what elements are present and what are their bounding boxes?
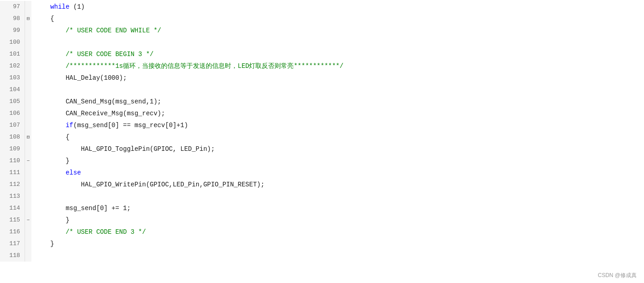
line-number: 100 [0, 36, 25, 48]
code-token: { [35, 131, 70, 143]
fold-icon [25, 72, 31, 84]
fold-icon [25, 143, 31, 155]
code-content: while (1) [31, 1, 644, 13]
watermark: CSDN @修成真 [598, 272, 637, 279]
code-content: { [31, 13, 644, 25]
code-token [35, 48, 66, 60]
line-number: 111 [0, 167, 25, 179]
code-line: 115− } [0, 214, 644, 226]
fold-icon [25, 190, 31, 202]
code-line: 116 /* USER CODE END 3 */ [0, 226, 644, 238]
code-line: 98⊟ { [0, 13, 644, 25]
code-token: /************1s循环，当接收的信息等于发送的信息时，LED灯取反否… [35, 60, 344, 72]
line-number: 107 [0, 119, 25, 131]
fold-icon [25, 179, 31, 190]
code-token: if [66, 119, 73, 131]
code-line: 109 HAL_GPIO_TogglePin(GPIOC, LED_Pin); [0, 143, 644, 155]
code-token [35, 1, 51, 13]
code-line: 113 [0, 190, 644, 202]
code-line: 111 else [0, 167, 644, 179]
code-content: else [31, 167, 644, 179]
code-token: CAN_Receive_Msg(msg_recv); [35, 108, 165, 119]
code-token: HAL_GPIO_WritePin(GPIOC,LED_Pin,GPIO_PIN… [35, 179, 264, 190]
code-token [35, 119, 66, 131]
code-token [35, 25, 66, 36]
code-line: 100 [0, 36, 644, 48]
line-number: 105 [0, 96, 25, 108]
code-content: if(msg_send[0] == msg_recv[0]+1) [31, 119, 644, 131]
fold-icon[interactable]: − [25, 155, 31, 167]
line-number: 101 [0, 48, 25, 60]
fold-icon[interactable]: ⊟ [25, 131, 31, 143]
code-token: /* USER CODE BEGIN 3 */ [66, 48, 153, 60]
code-line: 114 msg_send[0] += 1; [0, 202, 644, 214]
fold-icon [25, 238, 31, 250]
code-content: CAN_Receive_Msg(msg_recv); [31, 108, 644, 119]
code-line: 103 HAL_Delay(1000); [0, 72, 644, 84]
code-token [35, 226, 66, 238]
fold-icon [25, 48, 31, 60]
code-token [35, 167, 66, 179]
line-number: 113 [0, 190, 25, 202]
code-content: /************1s循环，当接收的信息等于发送的信息时，LED灯取反否… [31, 60, 644, 72]
fold-icon [25, 25, 31, 36]
code-token: { [35, 13, 54, 25]
line-number: 106 [0, 108, 25, 119]
line-number: 116 [0, 226, 25, 238]
code-content: CAN_Send_Msg(msg_send,1); [31, 96, 644, 108]
fold-icon [25, 96, 31, 108]
code-line: 101 /* USER CODE BEGIN 3 */ [0, 48, 644, 60]
code-content: /* USER CODE END 3 */ [31, 226, 644, 238]
fold-icon [25, 108, 31, 119]
line-number: 104 [0, 84, 25, 96]
fold-icon [25, 250, 31, 262]
line-number: 97 [0, 1, 25, 13]
code-line: 118 [0, 250, 644, 262]
code-content [31, 84, 644, 96]
code-token: /* USER CODE END 3 */ [66, 226, 146, 238]
code-line: 106 CAN_Receive_Msg(msg_recv); [0, 108, 644, 119]
code-line: 110− } [0, 155, 644, 167]
code-line: 97 while (1) [0, 1, 644, 13]
code-token: msg_send[0] += 1; [35, 202, 131, 214]
line-number: 118 [0, 250, 25, 262]
code-token: HAL_Delay(1000); [35, 72, 127, 84]
code-line: 107 if(msg_send[0] == msg_recv[0]+1) [0, 119, 644, 131]
code-content: HAL_GPIO_TogglePin(GPIOC, LED_Pin); [31, 143, 644, 155]
code-token: /* USER CODE END WHILE */ [66, 25, 161, 36]
line-number: 99 [0, 25, 25, 36]
fold-icon[interactable]: − [25, 214, 31, 226]
fold-icon [25, 167, 31, 179]
fold-icon [25, 60, 31, 72]
code-token: while [51, 1, 70, 13]
code-content: } [31, 214, 644, 226]
line-number: 98 [0, 13, 25, 25]
code-line: 105 CAN_Send_Msg(msg_send,1); [0, 96, 644, 108]
code-token: (msg_send[0] == msg_recv[0]+1) [73, 119, 188, 131]
fold-icon [25, 202, 31, 214]
code-content [31, 190, 644, 202]
code-token: CAN_Send_Msg(msg_send,1); [35, 96, 161, 108]
fold-icon [25, 1, 31, 13]
code-content [31, 250, 644, 262]
code-token: } [35, 238, 54, 250]
fold-icon[interactable]: ⊟ [25, 13, 31, 25]
fold-icon [25, 84, 31, 96]
code-container: 97 while (1)98⊟ {99 /* USER CODE END WHI… [0, 0, 644, 283]
code-content [31, 36, 644, 48]
fold-icon [25, 119, 31, 131]
line-number: 109 [0, 143, 25, 155]
code-line: 104 [0, 84, 644, 96]
code-content: { [31, 131, 644, 143]
line-number: 112 [0, 179, 25, 190]
line-number: 103 [0, 72, 25, 84]
code-line: 108⊟ { [0, 131, 644, 143]
code-content: /* USER CODE END WHILE */ [31, 25, 644, 36]
code-token: else [66, 167, 81, 179]
code-line: 99 /* USER CODE END WHILE */ [0, 25, 644, 36]
code-token: } [35, 214, 70, 226]
code-line: 112 HAL_GPIO_WritePin(GPIOC,LED_Pin,GPIO… [0, 179, 644, 190]
line-number: 117 [0, 238, 25, 250]
code-content: msg_send[0] += 1; [31, 202, 644, 214]
line-number: 108 [0, 131, 25, 143]
